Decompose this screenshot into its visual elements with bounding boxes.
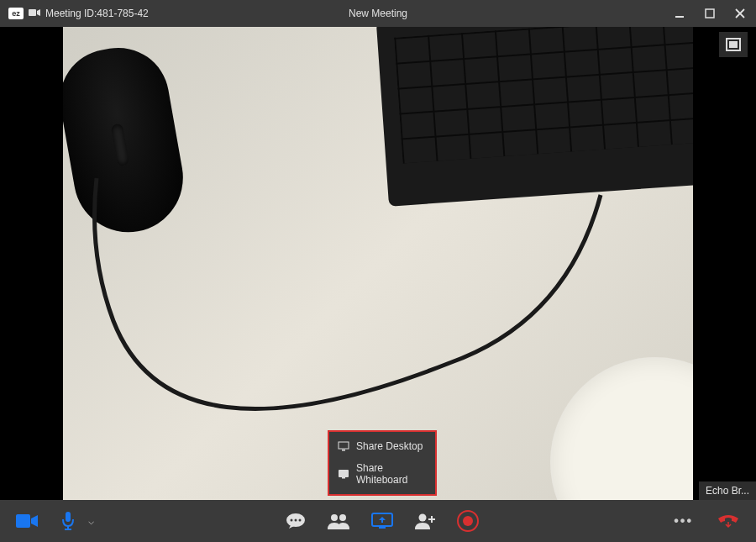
- toolbar-right: •••: [670, 510, 743, 532]
- fullscreen-button[interactable]: [719, 32, 748, 57]
- share-desktop-label: Share Desktop: [356, 440, 423, 452]
- video-letterbox-right: [693, 27, 756, 500]
- window-controls: [672, 6, 748, 21]
- titlebar-left: ez Meeting ID:481-785-42: [8, 8, 149, 19]
- toolbar-left: ⌵: [13, 508, 94, 534]
- svg-rect-7: [339, 470, 349, 477]
- video-feed: [63, 27, 693, 500]
- svg-rect-5: [339, 442, 349, 449]
- share-screen-button[interactable]: [368, 509, 396, 533]
- titlebar: ez Meeting ID:481-785-42 New Meeting: [0, 0, 756, 27]
- share-whiteboard-item[interactable]: Share Whiteboard: [329, 457, 435, 491]
- mic-button[interactable]: [58, 508, 78, 534]
- svg-point-16: [299, 519, 302, 522]
- record-button[interactable]: [454, 507, 482, 535]
- svg-rect-20: [379, 527, 386, 529]
- svg-point-14: [291, 519, 293, 522]
- svg-rect-4: [729, 41, 738, 48]
- participants-button[interactable]: [324, 509, 353, 533]
- svg-rect-2: [706, 9, 714, 18]
- bottom-toolbar: ⌵ •••: [0, 500, 756, 542]
- svg-point-18: [339, 514, 346, 521]
- svg-rect-10: [66, 512, 71, 522]
- close-button[interactable]: [732, 6, 748, 21]
- svg-rect-6: [342, 450, 345, 451]
- toolbar-center: [282, 507, 482, 535]
- svg-point-17: [331, 514, 338, 521]
- svg-rect-1: [675, 16, 684, 18]
- video-content-plate: [550, 357, 693, 500]
- window-title: New Meeting: [349, 8, 407, 19]
- share-whiteboard-label: Share Whiteboard: [356, 462, 427, 486]
- camera-button[interactable]: [13, 510, 41, 532]
- record-icon: [457, 510, 479, 532]
- whiteboard-icon: [338, 469, 349, 479]
- chat-button[interactable]: [282, 509, 309, 533]
- more-options-button[interactable]: •••: [670, 510, 696, 532]
- monitor-icon: [338, 441, 349, 451]
- app-logo: ez: [8, 8, 24, 19]
- svg-rect-8: [342, 477, 345, 479]
- invite-button[interactable]: [412, 509, 438, 533]
- participant-name-label: Echo Br...: [699, 481, 756, 500]
- video-letterbox-left: [0, 27, 63, 500]
- camera-mini-icon: [29, 8, 40, 19]
- minimize-button[interactable]: [672, 6, 687, 21]
- svg-rect-0: [29, 9, 36, 16]
- share-desktop-item[interactable]: Share Desktop: [329, 435, 435, 457]
- hangup-button[interactable]: [713, 510, 743, 532]
- share-popup-menu: Share Desktop Share Whiteboard: [328, 430, 437, 496]
- svg-point-21: [419, 514, 427, 522]
- maximize-button[interactable]: [702, 6, 717, 21]
- video-content-mouse: [63, 39, 192, 240]
- svg-rect-9: [16, 514, 30, 528]
- svg-point-15: [295, 519, 297, 522]
- mic-options-dropdown[interactable]: ⌵: [88, 515, 94, 527]
- meeting-id-label: Meeting ID:481-785-42: [45, 8, 149, 19]
- video-content-keyboard: [376, 27, 693, 207]
